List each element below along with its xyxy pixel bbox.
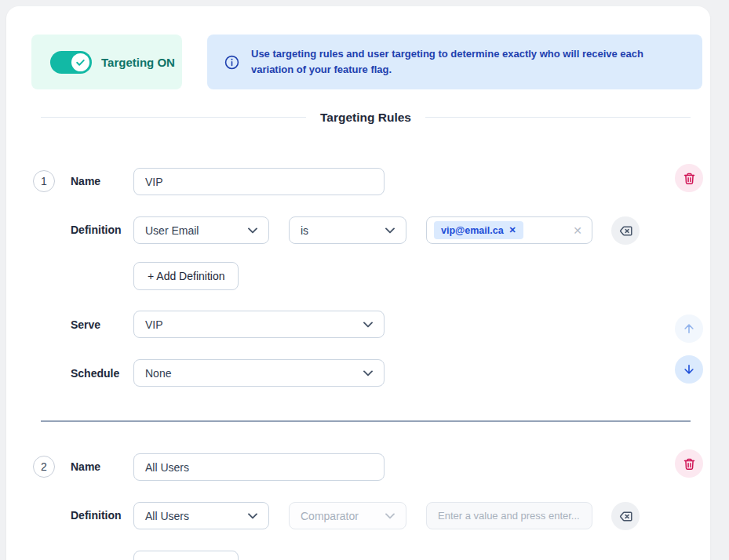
info-banner: Use targeting rules and user targeting t… [207, 35, 702, 89]
serve-select[interactable]: VIP [133, 311, 385, 338]
definition-label: Definition [71, 509, 122, 522]
chevron-down-icon [385, 513, 395, 519]
serve-label: Serve [71, 318, 100, 331]
targeting-toggle-label: Targeting ON [101, 56, 175, 69]
schedule-label: Schedule [71, 367, 119, 380]
arrow-up-icon [682, 322, 696, 336]
divider-left [41, 117, 306, 118]
section-heading: Targeting Rules [41, 111, 691, 124]
name-label: Name [71, 460, 100, 473]
toggle-check-icon [71, 53, 89, 71]
page-title: Targeting Rules [320, 111, 411, 125]
comparator-select-value: is [301, 224, 308, 237]
targeting-toggle[interactable] [50, 51, 92, 74]
delete-rule-button[interactable] [675, 449, 703, 478]
comparator-select: Comparator [289, 502, 406, 529]
add-definition-button[interactable]: + Add Definition [133, 551, 239, 560]
chip-remove-icon[interactable]: ✕ [509, 226, 516, 235]
trash-icon [683, 457, 696, 471]
rule-number-badge: 1 [33, 170, 55, 192]
trash-icon [683, 172, 696, 185]
chevron-down-icon [363, 322, 373, 328]
info-icon [224, 55, 239, 70]
chevron-down-icon [363, 370, 373, 376]
schedule-select-value: None [145, 367, 171, 380]
value-input [426, 502, 592, 529]
targeting-panel: Targeting ON Use targeting rules and use… [6, 6, 710, 560]
backspace-icon [618, 509, 633, 524]
attribute-select-value: All Users [145, 510, 189, 522]
move-rule-up-button[interactable] [675, 315, 703, 343]
chevron-down-icon [385, 227, 395, 234]
divider-right [425, 117, 691, 118]
add-definition-button[interactable]: + Add Definition [133, 262, 239, 290]
attribute-select[interactable]: User Email [133, 216, 269, 244]
info-banner-text: Use targeting rules and user targeting t… [251, 46, 679, 78]
value-chip-text: vip@email.ca [441, 225, 504, 236]
arrow-down-icon [682, 362, 696, 376]
comparator-select-placeholder: Comparator [301, 510, 359, 522]
clear-definition-button[interactable] [611, 502, 640, 530]
clear-definition-button[interactable] [611, 216, 640, 245]
rule-number: 1 [41, 175, 47, 187]
delete-rule-button[interactable] [675, 164, 703, 192]
values-tag-input[interactable]: vip@email.ca ✕ ✕ [426, 216, 592, 244]
backspace-icon [618, 224, 633, 238]
chevron-down-icon [248, 513, 257, 519]
rule-name-input[interactable] [133, 168, 385, 195]
rule-number: 2 [41, 460, 47, 473]
attribute-select-value: User Email [145, 224, 199, 237]
move-rule-down-button[interactable] [675, 355, 703, 384]
comparator-select[interactable]: is [289, 216, 406, 244]
chevron-down-icon [248, 227, 257, 234]
clear-values-icon[interactable]: ✕ [573, 225, 582, 236]
serve-select-value: VIP [145, 318, 163, 331]
name-label: Name [71, 175, 100, 187]
definition-label: Definition [71, 224, 122, 236]
attribute-select[interactable]: All Users [133, 502, 269, 529]
value-chip: vip@email.ca ✕ [434, 221, 523, 239]
rule-number-badge: 2 [33, 456, 55, 478]
targeting-toggle-box: Targeting ON [31, 35, 182, 89]
rule-name-input[interactable] [133, 453, 385, 481]
schedule-select[interactable]: None [133, 359, 385, 387]
rule-divider [41, 420, 691, 422]
